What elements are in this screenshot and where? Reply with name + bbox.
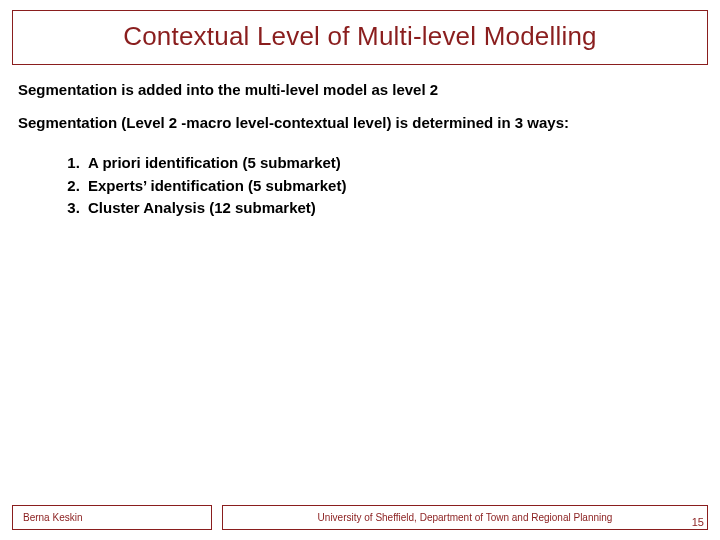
- footer-affiliation: University of Sheffield, Department of T…: [318, 512, 613, 523]
- body-text: Segmentation is added into the multi-lev…: [18, 79, 702, 134]
- list-item: A priori identification (5 submarket): [84, 152, 720, 175]
- footer: Berna Keskin University of Sheffield, De…: [12, 505, 708, 530]
- list-item: Experts’ identification (5 submarket): [84, 175, 720, 198]
- page-number: 15: [692, 516, 704, 528]
- footer-author-box: Berna Keskin: [12, 505, 212, 530]
- title-container: Contextual Level of Multi-level Modellin…: [12, 10, 708, 65]
- footer-author: Berna Keskin: [23, 512, 82, 523]
- paragraph-2: Segmentation (Level 2 -macro level-conte…: [18, 112, 702, 135]
- paragraph-1: Segmentation is added into the multi-lev…: [18, 79, 702, 102]
- footer-affiliation-box: University of Sheffield, Department of T…: [222, 505, 708, 530]
- list-item: Cluster Analysis (12 submarket): [84, 197, 720, 220]
- page-title: Contextual Level of Multi-level Modellin…: [21, 21, 699, 52]
- methods-list: A priori identification (5 submarket) Ex…: [60, 152, 720, 220]
